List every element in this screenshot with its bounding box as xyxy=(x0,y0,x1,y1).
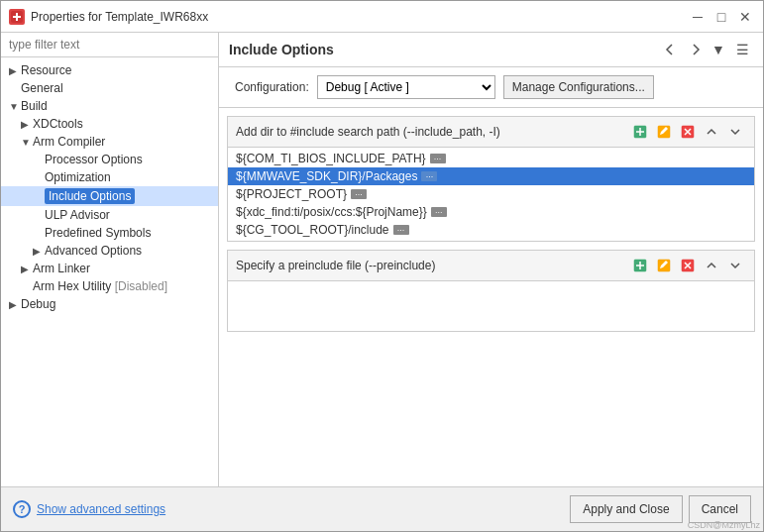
sidebar-item-xdctools[interactable]: ▶ XDCtools xyxy=(1,115,218,133)
edit-include-button[interactable] xyxy=(653,121,675,143)
config-select[interactable]: Debug [ Active ] xyxy=(317,75,495,99)
right-header: Include Options ▼ ☰ xyxy=(219,33,763,67)
include-item-text: ${COM_TI_BIOS_INCLUDE_PATH} xyxy=(236,152,426,165)
bottom-bar: ? Show advanced settings Apply and Close… xyxy=(1,486,763,531)
section-title: Include Options xyxy=(229,42,334,57)
preinclude-header: Specify a preinclude file (--preinclude) xyxy=(228,251,754,281)
sidebar-item-include-options[interactable]: Include Options xyxy=(1,186,218,206)
sidebar-item-label: XDCtools xyxy=(33,117,83,131)
tree-arrow: ▶ xyxy=(9,65,21,76)
sidebar-item-debug[interactable]: ▶ Debug xyxy=(1,295,218,313)
forward-button[interactable] xyxy=(684,39,706,60)
tree-arrow xyxy=(33,210,45,221)
help-icon: ? xyxy=(13,500,31,518)
delete-preinclude-button[interactable] xyxy=(677,255,699,276)
dots-icon: ··· xyxy=(421,171,437,181)
tree-arrow: ▶ xyxy=(21,264,33,274)
sidebar-item-label: Debug xyxy=(21,297,55,311)
sidebar-item-arm-linker[interactable]: ▶ Arm Linker xyxy=(1,260,218,277)
manage-configurations-button[interactable]: Manage Configurations... xyxy=(503,75,654,99)
tree-arrow xyxy=(33,155,45,165)
sidebar-item-arm-compiler[interactable]: ▼ Arm Compiler xyxy=(1,133,218,151)
sidebar-item-label: Optimization xyxy=(45,170,111,184)
sidebar-item-label: Resource xyxy=(21,63,71,77)
filter-input[interactable] xyxy=(1,33,218,57)
include-item[interactable]: ${xdc_find:ti/posix/ccs:${ProjName}} ··· xyxy=(228,203,754,221)
move-down-button[interactable] xyxy=(724,121,746,143)
tree-arrow xyxy=(33,228,45,239)
window-title: Properties for Template_IWR68xx xyxy=(31,10,688,24)
move-down-preinclude-button[interactable] xyxy=(724,255,746,276)
back-button[interactable] xyxy=(660,39,682,60)
preinclude-section: Specify a preinclude file (--preinclude) xyxy=(227,250,755,332)
include-item[interactable]: ${CG_TOOL_ROOT}/include ··· xyxy=(228,221,754,239)
dots-icon: ··· xyxy=(351,189,367,199)
include-path-list: ${COM_TI_BIOS_INCLUDE_PATH} ··· ${MMWAVE… xyxy=(228,148,754,241)
tree-arrow: ▶ xyxy=(33,246,45,257)
cancel-button[interactable]: Cancel xyxy=(689,495,751,523)
include-path-header: Add dir to #include search path (--inclu… xyxy=(228,117,754,148)
right-panel: Include Options ▼ ☰ Configuration: Debug… xyxy=(219,33,763,486)
include-path-title: Add dir to #include search path (--inclu… xyxy=(236,125,500,139)
dots-icon: ··· xyxy=(431,207,447,217)
sidebar-item-label: Predefined Symbols xyxy=(45,226,151,240)
include-item-text: ${MMWAVE_SDK_DIR}/Packages xyxy=(236,169,417,183)
tree-arrow xyxy=(21,281,33,292)
sidebar-item-general[interactable]: General xyxy=(1,79,218,97)
include-item[interactable]: ${COM_TI_BIOS_INCLUDE_PATH} ··· xyxy=(228,150,754,167)
add-include-button[interactable] xyxy=(629,121,651,143)
include-path-section: Add dir to #include search path (--inclu… xyxy=(227,116,755,242)
include-item-text: ${xdc_find:ti/posix/ccs:${ProjName}} xyxy=(236,205,427,219)
sidebar-item-label: Arm Linker xyxy=(33,262,90,275)
svg-rect-2 xyxy=(16,13,18,21)
tree-arrow xyxy=(33,191,45,202)
delete-include-button[interactable] xyxy=(677,121,699,143)
sidebar-item-label: ULP Advisor xyxy=(45,208,110,222)
window-body: ▶ Resource General ▼ Build ▶ XDCtools xyxy=(1,33,763,486)
sidebar-item-advanced-options[interactable]: ▶ Advanced Options xyxy=(1,242,218,260)
edit-preinclude-button[interactable] xyxy=(653,255,675,276)
main-window: Properties for Template_IWR68xx ─ □ ✕ ▶ … xyxy=(0,0,764,532)
preinclude-section-toolbar xyxy=(629,255,746,276)
sidebar-item-arm-hex-utility[interactable]: Arm Hex Utility [Disabled] xyxy=(1,277,218,295)
show-advanced-settings-link[interactable]: Show advanced settings xyxy=(37,502,165,516)
sidebar-item-label: Arm Compiler xyxy=(33,135,105,149)
dots-icon: ··· xyxy=(430,154,446,163)
sidebar-item-label: Build xyxy=(21,99,48,113)
include-item[interactable]: ${MMWAVE_SDK_DIR}/Packages ··· xyxy=(228,167,754,185)
sidebar-item-label: Include Options xyxy=(45,188,135,204)
close-button[interactable]: ✕ xyxy=(735,7,755,27)
sidebar-item-label: General xyxy=(21,81,63,95)
tree-arrow: ▼ xyxy=(21,137,33,148)
include-section-toolbar xyxy=(629,121,746,143)
include-item[interactable]: ${PROJECT_ROOT} ··· xyxy=(228,185,754,203)
include-item-text: ${PROJECT_ROOT} xyxy=(236,187,347,201)
sidebar-item-resource[interactable]: ▶ Resource xyxy=(1,61,218,79)
preinclude-list xyxy=(228,281,754,331)
app-icon xyxy=(9,9,25,25)
move-up-button[interactable] xyxy=(701,121,722,143)
sidebar-item-predefined-symbols[interactable]: Predefined Symbols xyxy=(1,224,218,242)
right-content: Add dir to #include search path (--inclu… xyxy=(219,108,763,486)
sidebar-item-optimization[interactable]: Optimization xyxy=(1,168,218,186)
move-up-preinclude-button[interactable] xyxy=(701,255,722,276)
sidebar-item-label: Arm Hex Utility [Disabled] xyxy=(33,279,167,293)
dropdown-button[interactable]: ▼ xyxy=(708,39,729,60)
apply-close-button[interactable]: Apply and Close xyxy=(570,495,682,523)
add-preinclude-button[interactable] xyxy=(629,255,651,276)
title-bar: Properties for Template_IWR68xx ─ □ ✕ xyxy=(1,1,763,33)
config-row: Configuration: Debug [ Active ] Manage C… xyxy=(219,67,763,108)
tree-arrow: ▶ xyxy=(21,119,33,130)
menu-button[interactable]: ☰ xyxy=(731,39,753,60)
sidebar-item-ulp-advisor[interactable]: ULP Advisor xyxy=(1,206,218,224)
include-item-text: ${CG_TOOL_ROOT}/include xyxy=(236,223,389,237)
minimize-button[interactable]: ─ xyxy=(688,7,708,27)
sidebar-item-processor-options[interactable]: Processor Options xyxy=(1,151,218,168)
sidebar-item-build[interactable]: ▼ Build xyxy=(1,97,218,115)
tree-arrow: ▼ xyxy=(9,101,21,112)
maximize-button[interactable]: □ xyxy=(711,7,731,27)
tree-arrow: ▶ xyxy=(9,299,21,310)
watermark: CSDN@MzmyLhz xyxy=(688,520,760,530)
tree-arrow xyxy=(33,172,45,183)
sidebar-item-label: Processor Options xyxy=(45,153,143,166)
